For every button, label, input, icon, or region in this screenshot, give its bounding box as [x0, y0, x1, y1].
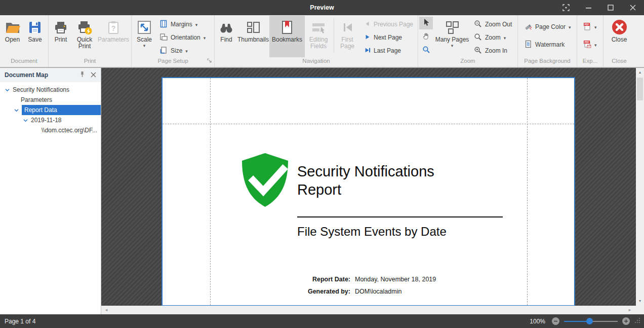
tree-item-parameters[interactable]: Parameters: [0, 95, 101, 105]
zoom-out-button[interactable]: Zoom Out: [472, 20, 513, 29]
save-label: Save: [28, 37, 42, 43]
zoom-in-button[interactable]: Zoom In: [472, 46, 513, 55]
last-page-button[interactable]: Last Page: [363, 46, 415, 55]
print-icon: [53, 18, 69, 37]
watermark-button[interactable]: Watermark: [522, 40, 573, 49]
zoom-button[interactable]: Zoom: [472, 33, 513, 42]
magnifier-tool-button[interactable]: [419, 44, 433, 57]
close-preview-button[interactable]: Close: [606, 16, 632, 57]
print-label: Print: [55, 37, 67, 43]
find-button[interactable]: Find: [216, 16, 237, 57]
hand-tool-button[interactable]: [419, 30, 433, 43]
margin-guide-right: [527, 78, 528, 305]
open-button[interactable]: Open: [1, 16, 24, 57]
resize-grip-icon[interactable]: [634, 317, 640, 325]
chevron-down-icon[interactable]: [5, 87, 10, 93]
chevron-down-icon[interactable]: [23, 118, 28, 123]
size-button[interactable]: Size: [158, 46, 207, 55]
vertical-scrollbar-thumb[interactable]: [637, 78, 643, 100]
group-label-export: Exp...: [577, 57, 603, 67]
scale-label: Scale: [137, 37, 152, 43]
generated-by-row: Generated by: DOM\localadmin: [163, 285, 574, 298]
ribbon-group-close: Close Close: [603, 15, 635, 67]
zoom-slider-track-filled: [564, 321, 589, 322]
tree-item-report-data[interactable]: Report Data: [0, 105, 101, 115]
editing-fields-label: Editing Fields: [306, 37, 331, 50]
zoom-increase-button[interactable]: [622, 317, 630, 325]
minimize-button[interactable]: [577, 0, 599, 15]
send-via-email-button[interactable]: PDF: [581, 40, 598, 49]
size-icon: [159, 46, 168, 56]
ribbon-group-document: Open Save Document: [0, 15, 49, 67]
first-page-button: First Page: [336, 16, 359, 57]
orientation-button[interactable]: Orientation: [158, 33, 207, 42]
scale-caret-icon: [143, 43, 146, 48]
close-window-button[interactable]: [622, 0, 644, 15]
tree-item-server-path[interactable]: \\dom.cctec.org\DF...: [0, 125, 101, 135]
preview-surface[interactable]: Security Notifications Report File Syste…: [101, 67, 636, 306]
ribbon-group-page-background: Page Color Watermark Page Background: [518, 15, 577, 67]
scroll-left-icon[interactable]: [102, 306, 110, 314]
ribbon-group-zoom: Many Pages Zoom Out Zoom: [418, 15, 518, 67]
zoom-slider[interactable]: [564, 317, 618, 325]
quick-print-button[interactable]: Quick Print: [72, 16, 97, 57]
page-setup-dialog-launcher-icon[interactable]: [207, 58, 212, 65]
report-date-label: Report Date:: [163, 273, 350, 285]
save-icon: [27, 18, 43, 37]
title-divider: [297, 216, 503, 217]
find-label: Find: [220, 37, 232, 43]
export-document-button[interactable]: PDF: [581, 22, 598, 31]
tree-item-label: 2019-11-18: [31, 117, 62, 124]
svg-text:PDF: PDF: [584, 41, 589, 44]
save-button[interactable]: Save: [24, 16, 46, 57]
margins-button[interactable]: Margins: [158, 20, 207, 29]
zoom-slider-thumb[interactable]: [586, 318, 593, 324]
scroll-right-icon[interactable]: [626, 306, 634, 314]
document-map-tree: Security Notifications Parameters Report…: [0, 82, 101, 135]
ribbon-group-export: PDF PDF Exp...: [577, 15, 603, 67]
print-button[interactable]: Print: [50, 16, 72, 57]
zoom-caret-icon: [504, 34, 506, 41]
zoom-decrease-button[interactable]: [552, 317, 559, 325]
horizontal-scrollbar[interactable]: [101, 306, 644, 314]
export-pdf-email-icon: PDF: [583, 40, 591, 50]
many-pages-button[interactable]: Many Pages: [434, 16, 470, 57]
group-label-zoom: Zoom: [418, 57, 517, 67]
fit-screen-icon[interactable]: [555, 0, 577, 15]
zoom-out-icon: [474, 20, 482, 29]
generated-by-label: Generated by:: [163, 285, 350, 298]
magnifier-icon: [422, 46, 430, 56]
page-color-icon: [524, 22, 532, 32]
scroll-up-icon[interactable]: [636, 69, 644, 76]
generated-by-value: DOM\localadmin: [350, 285, 401, 298]
vertical-scrollbar[interactable]: [636, 67, 644, 306]
maximize-button[interactable]: [599, 0, 622, 15]
tree-item-date[interactable]: 2019-11-18: [0, 115, 101, 125]
watermark-icon: [524, 40, 532, 50]
tree-item-security-notifications[interactable]: Security Notifications: [0, 85, 101, 95]
page-color-button[interactable]: Page Color: [522, 22, 573, 31]
scroll-down-icon[interactable]: [636, 298, 644, 305]
close-panel-icon[interactable]: [91, 70, 96, 80]
many-pages-icon: [444, 18, 460, 37]
next-page-button[interactable]: Next Page: [363, 33, 415, 42]
group-label-close: Close: [603, 57, 635, 67]
bookmarks-button[interactable]: Bookmarks: [269, 16, 305, 57]
chevron-down-icon[interactable]: [14, 107, 19, 113]
zoom-controls: 100%: [530, 317, 644, 325]
next-page-icon: [365, 34, 371, 42]
previous-page-icon: [365, 21, 371, 28]
window-controls: [555, 0, 644, 15]
send-via-email-caret-icon: [594, 41, 597, 48]
zoom-in-label: Zoom In: [485, 47, 507, 54]
svg-text:PDF: PDF: [584, 23, 589, 26]
thumbnails-label: Thumbnails: [237, 37, 269, 43]
report-title-line2: Report: [297, 180, 434, 199]
scale-button[interactable]: Scale: [133, 16, 156, 57]
pointer-tool-button[interactable]: [419, 17, 433, 29]
size-label: Size: [171, 47, 182, 54]
thumbnails-button[interactable]: Thumbnails: [237, 16, 269, 57]
margin-guide-left: [210, 78, 211, 305]
pin-icon[interactable]: [79, 70, 86, 80]
ribbon-group-page-setup: Scale Margins Orientation: [132, 15, 215, 67]
